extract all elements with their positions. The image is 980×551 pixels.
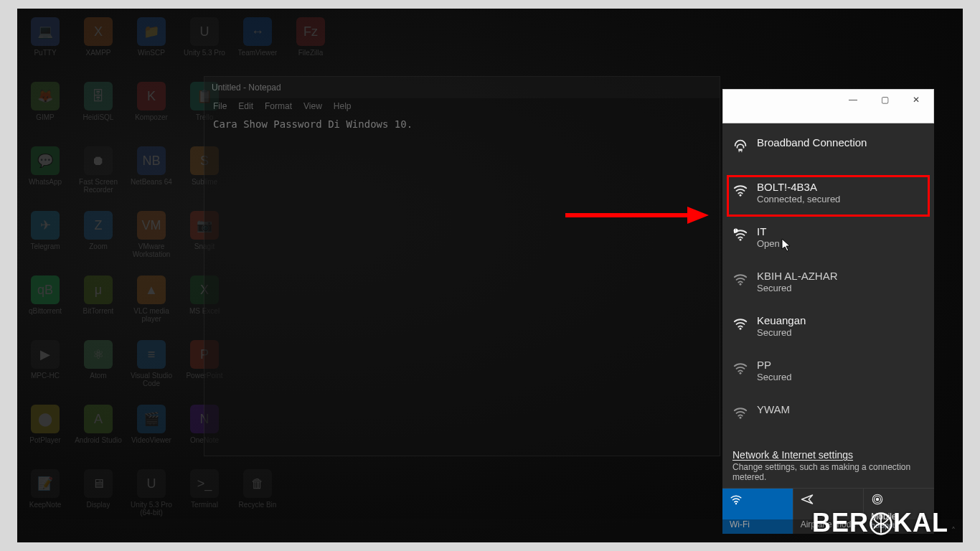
desktop-icon-label: Recycle Bin (239, 501, 277, 509)
menu-item[interactable]: Edit (238, 101, 253, 111)
network-item[interactable]: KBIH AL-AZHARSecured (722, 263, 934, 307)
desktop-icon[interactable]: 🗄HeidiSQL (73, 79, 123, 142)
menu-item[interactable]: View (303, 101, 322, 111)
app-icon: 💻 (31, 17, 60, 46)
notepad-menubar[interactable]: FileEditFormatViewHelp (204, 98, 720, 114)
desktop-icon[interactable]: AAndroid Studio (73, 402, 123, 465)
network-status: Connected, secured (757, 194, 840, 205)
desktop-icon[interactable]: ▲VLC media player (126, 273, 176, 336)
wifi-secure-icon (732, 405, 748, 420)
system-tray[interactable]: ˄ (951, 526, 956, 536)
network-name: Keuangan (757, 314, 806, 327)
network-item[interactable]: PPSecured (722, 352, 934, 396)
desktop-icon[interactable]: ZZoom (73, 208, 123, 271)
desktop-icon-label: PotPlayer (29, 436, 60, 444)
desktop-icon-label: MPC-HC (31, 372, 60, 380)
svg-point-12 (740, 417, 742, 419)
menu-item[interactable]: File (213, 101, 227, 111)
notepad-titlebar[interactable]: Untitled - Notepad (204, 77, 720, 98)
desktop-icon-label: Kompozer (135, 113, 168, 121)
network-status: Open (757, 238, 780, 250)
menu-item[interactable]: Format (265, 101, 292, 111)
app-icon: qB (31, 276, 60, 304)
desktop-icon-label: BitTorrent (83, 307, 114, 315)
app-icon: ⏺ (84, 146, 113, 175)
desktop-icon[interactable]: ▶MPC-HC (20, 337, 70, 400)
notepad-window[interactable]: Untitled - Notepad FileEditFormatViewHel… (204, 76, 720, 456)
network-status: Secured (757, 327, 806, 339)
popup-window-titlebar[interactable]: — ▢ ✕ (722, 89, 934, 123)
desktop-icon[interactable]: ⚛Atom (73, 337, 123, 400)
app-icon: NB (137, 146, 166, 175)
network-item[interactable]: KeuanganSecured (722, 307, 934, 352)
desktop-icon-label: VMware Workstation (126, 242, 176, 258)
desktop-icon-label: Display (87, 501, 110, 509)
close-button[interactable]: ✕ (900, 91, 932, 108)
wifi-icon (730, 493, 786, 506)
svg-point-9 (740, 283, 742, 286)
notepad-content: Cara Show Password Di Windows 10. (213, 118, 413, 130)
desktop-icon[interactable]: KKompozer (126, 79, 176, 142)
desktop-icon[interactable]: μBitTorrent (73, 273, 123, 336)
svg-point-11 (740, 372, 742, 375)
app-icon: ≡ (137, 340, 166, 369)
desktop-icon[interactable]: qBqBittorrent (20, 273, 70, 336)
desktop-icon-label: PuTTY (34, 49, 56, 57)
app-icon: U (190, 17, 219, 46)
broadband-icon (732, 138, 748, 154)
app-icon: ▶ (31, 340, 60, 369)
svg-point-13 (735, 503, 737, 504)
network-item[interactable]: !ITOpen (722, 218, 934, 263)
app-icon: Z (84, 211, 113, 240)
desktop-icon[interactable]: 📁WinSCP (126, 14, 176, 77)
svg-point-10 (740, 328, 742, 330)
desktop-icon[interactable]: 💻PuTTY (20, 14, 70, 77)
desktop-icon-label: Unity 5.3 Pro (184, 49, 225, 57)
desktop-icon[interactable]: 💬WhatsApp (20, 143, 70, 207)
network-item[interactable]: Broadband Connection (722, 129, 934, 174)
desktop-icon[interactable]: VMVMware Workstation (126, 208, 176, 271)
minimize-button[interactable]: — (837, 91, 869, 108)
desktop-icon[interactable]: ⬤PotPlayer (20, 402, 70, 465)
network-list[interactable]: Broadband ConnectionBOLT!-4B3AConnected,… (722, 123, 934, 443)
desktop-icon[interactable]: ≡Visual Studio Code (126, 337, 176, 400)
desktop-icon-label: XAMPP (85, 49, 110, 57)
svg-point-14 (876, 498, 880, 501)
app-icon: Fz (296, 17, 325, 46)
app-icon: VM (137, 211, 166, 240)
desktop-icon-label: WinSCP (138, 49, 165, 57)
desktop-icon[interactable]: UUnity 5.3 Pro (179, 14, 230, 77)
desktop-icon[interactable]: XXAMPP (73, 14, 123, 77)
network-name: YWAM (757, 403, 790, 416)
desktop-icon-label: qBittorrent (29, 307, 62, 315)
network-settings-link[interactable]: Network & Internet settings (722, 443, 934, 462)
tray-chevron-icon[interactable]: ˄ (951, 526, 956, 536)
wifi-flyout: Broadband ConnectionBOLT!-4B3AConnected,… (722, 123, 934, 534)
app-icon: 🗑 (243, 469, 272, 498)
desktop-icon-label: HeidiSQL (83, 113, 114, 121)
wifi-secure-icon (732, 182, 748, 198)
maximize-button[interactable]: ▢ (869, 91, 900, 108)
desktop-icon[interactable]: ⏺Fast Screen Recorder (73, 143, 123, 207)
svg-rect-2 (738, 149, 743, 151)
network-settings-sub: Change settings, such as making a connec… (722, 462, 934, 488)
network-name: PP (757, 359, 791, 372)
desktop-icon[interactable]: ✈Telegram (20, 208, 70, 271)
app-icon: ⬤ (31, 405, 60, 433)
svg-point-5 (740, 194, 742, 197)
network-item[interactable]: YWAM (722, 396, 934, 441)
menu-item[interactable]: Help (334, 101, 352, 111)
app-icon: 🎬 (137, 405, 166, 433)
network-item[interactable]: BOLT!-4B3AConnected, secured (722, 174, 934, 218)
network-status: Secured (757, 372, 791, 383)
desktop-icon[interactable]: ↔TeamViewer (232, 14, 283, 77)
desktop-icon[interactable]: 🎬VideoViewer (126, 402, 176, 465)
notepad-body[interactable]: Cara Show Password Di Windows 10. (204, 114, 720, 134)
network-name: KBIH AL-AZHAR (757, 270, 838, 283)
watermark-logo-icon (869, 512, 893, 536)
desktop-icon[interactable]: NBNetBeans 64 (126, 143, 176, 207)
network-name: Broadband Connection (757, 136, 867, 149)
desktop-icon[interactable]: FzFileZilla (286, 14, 336, 77)
desktop-icon[interactable]: 🦊GIMP (20, 79, 70, 142)
app-icon: ▲ (137, 276, 166, 304)
